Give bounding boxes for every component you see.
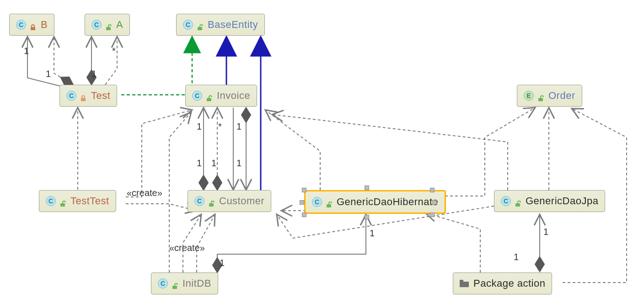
enum-icon: E — [524, 91, 534, 101]
class-name: Invoice — [217, 90, 250, 102]
multiplicity-label: 1 — [514, 252, 519, 262]
stereotype-create: «create» — [127, 188, 162, 198]
selection-handle[interactable] — [430, 212, 435, 217]
class-icon: C — [192, 91, 202, 101]
svg-rect-3 — [81, 98, 86, 101]
multiplicity-label: 1 — [91, 69, 97, 79]
class-icon: C — [46, 196, 56, 206]
class-icon: C — [91, 20, 102, 30]
multiplicity-label: 1 — [236, 121, 242, 132]
class-name: Customer — [219, 195, 264, 207]
class-b[interactable]: C B — [9, 14, 54, 36]
svg-rect-10 — [172, 286, 177, 289]
svg-rect-7 — [209, 203, 214, 207]
svg-rect-8 — [327, 204, 331, 207]
class-name: TestTest — [70, 195, 109, 207]
class-name: A — [116, 19, 123, 31]
class-name: GenericDaoHibernate — [337, 196, 438, 208]
selection-handle[interactable] — [365, 185, 369, 190]
visibility-icon — [206, 93, 212, 99]
visibility-icon — [197, 22, 203, 28]
svg-rect-4 — [207, 98, 211, 101]
class-icon: C — [312, 197, 322, 207]
package-action[interactable]: Package action — [453, 272, 552, 294]
multiplicity-label: * — [112, 46, 116, 56]
class-icon: C — [66, 91, 76, 101]
selection-handle[interactable] — [430, 188, 435, 192]
svg-rect-0 — [31, 27, 35, 30]
selection-handle[interactable] — [365, 215, 369, 219]
stereotype-create: «create» — [169, 243, 205, 253]
selection-handle[interactable] — [302, 212, 306, 217]
class-icon: C — [183, 20, 193, 30]
class-testtest[interactable]: C TestTest — [39, 190, 116, 212]
multiplicity-label: 1 — [370, 228, 375, 239]
class-name: InitDB — [182, 278, 211, 289]
package-icon — [460, 280, 469, 287]
class-icon: C — [158, 278, 168, 289]
package-name: Package action — [473, 278, 545, 289]
connectors-layer — [0, 0, 644, 305]
multiplicity-label: 1 — [197, 158, 202, 169]
visibility-icon — [515, 198, 521, 204]
multiplicity-label: 1 — [236, 158, 242, 169]
svg-rect-9 — [515, 203, 520, 207]
visibility-icon — [326, 199, 332, 205]
class-invoice[interactable]: C Invoice — [185, 85, 257, 107]
visibility-icon — [80, 93, 86, 99]
multiplicity-label: * — [218, 121, 222, 132]
class-icon: C — [16, 20, 26, 30]
selection-handle[interactable] — [432, 200, 437, 205]
multiplicity-label: 1 — [220, 258, 225, 268]
multiplicity-label: 1 — [46, 69, 51, 79]
class-genericdaojpa[interactable]: C GenericDaoJpa — [494, 190, 605, 212]
class-test[interactable]: C Test — [59, 85, 117, 107]
svg-rect-1 — [106, 27, 111, 30]
selection-handle[interactable] — [302, 188, 306, 192]
visibility-icon — [30, 22, 36, 28]
class-name: BaseEntity — [208, 19, 258, 31]
class-initdb[interactable]: C InitDB — [151, 272, 218, 294]
visibility-icon — [537, 93, 544, 99]
class-icon: C — [501, 196, 511, 206]
enum-order[interactable]: E Order — [517, 85, 582, 107]
selection-handle[interactable] — [300, 200, 304, 205]
multiplicity-label: 1 — [24, 46, 29, 56]
multiplicity-label: 1 — [211, 158, 216, 169]
multiplicity-label: 1 — [543, 227, 548, 237]
class-icon: C — [194, 196, 204, 206]
enum-name: Order — [548, 90, 575, 102]
class-name: GenericDaoJpa — [526, 195, 598, 207]
class-genericdaohibernate[interactable]: C GenericDaoHibernate — [304, 190, 446, 214]
class-name: B — [41, 19, 48, 31]
svg-rect-6 — [60, 203, 65, 207]
visibility-icon — [105, 22, 112, 28]
class-customer[interactable]: C Customer — [188, 190, 271, 212]
class-baseentity[interactable]: C BaseEntity — [176, 14, 265, 36]
svg-rect-2 — [198, 27, 202, 30]
svg-rect-5 — [538, 98, 543, 101]
visibility-icon — [172, 280, 178, 287]
visibility-icon — [208, 198, 215, 204]
visibility-icon — [59, 198, 66, 204]
multiplicity-label: 1 — [197, 121, 202, 132]
class-a[interactable]: C A — [85, 14, 130, 36]
class-name: Test — [91, 90, 110, 102]
